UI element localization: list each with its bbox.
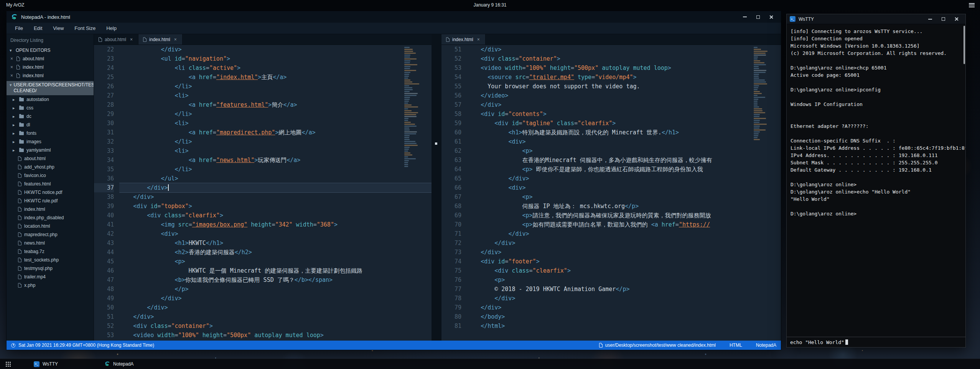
taskbar-item-wstty[interactable]: >_ WsTTY	[30, 359, 62, 369]
tree-file-item[interactable]: news.html	[7, 239, 94, 247]
code-line[interactable]: </div>	[467, 248, 781, 257]
code-line[interactable]: Your browser does not support the video …	[467, 82, 781, 91]
left-code-area[interactable]: </div> <ul id="navigation"> <li class="a…	[119, 45, 432, 341]
code-line[interactable]: <video width="100%" height="500px" autop…	[119, 331, 432, 340]
code-line[interactable]: </div>	[467, 238, 781, 248]
code-line[interactable]: <div>	[467, 183, 781, 192]
code-line[interactable]: </div>	[467, 45, 781, 54]
code-line[interactable]: HKWTC 是一個 Minecraft 的建築伺服器，主要建築計劃包括鐵路	[119, 266, 432, 275]
code-line[interactable]: <p>如有問題或需要申請白名單，歡迎加入我們的 <a href="https:/…	[467, 220, 781, 229]
code-line[interactable]: 伺服器 IP 地址為： mcs.hkwtc.org</p>	[467, 202, 781, 211]
code-line[interactable]: <h2>香港的建築伺服器</h2>	[119, 248, 432, 257]
notepada-titlebar[interactable]: NotepadA - index.html	[7, 11, 781, 23]
left-minimap[interactable]	[404, 47, 427, 167]
tree-folder-item[interactable]: ▸images	[7, 137, 94, 146]
open-editor-item[interactable]: ×index.html	[7, 63, 94, 71]
pane-splitter[interactable]	[432, 34, 441, 341]
code-line[interactable]: </li>	[119, 137, 432, 146]
terminal-input-bar[interactable]: echo "Hello World"	[787, 337, 965, 347]
close-button[interactable]	[950, 15, 962, 23]
menu-item-edit[interactable]: Edit	[28, 23, 48, 34]
close-icon[interactable]: ×	[10, 65, 14, 70]
tree-folder-item[interactable]: ▸fonts	[7, 129, 94, 137]
code-line[interactable]: </div>	[119, 294, 432, 303]
tree-folder-item[interactable]: ▸autostation	[7, 95, 94, 104]
code-line[interactable]: <p>	[467, 192, 781, 202]
code-line[interactable]: <div class="clearfix">	[119, 211, 432, 220]
code-line[interactable]: <b>你知道我們全條伺服器已轉用 SSD 了嗎？</b></span>	[119, 275, 432, 285]
wstty-titlebar[interactable]: >_ WsTTY	[787, 14, 965, 24]
code-line[interactable]: </div>	[119, 312, 432, 321]
splitter-handle[interactable]	[435, 142, 437, 145]
close-button[interactable]	[765, 13, 777, 21]
code-line[interactable]: <div class="container">	[119, 321, 432, 331]
code-line[interactable]: </ul>	[119, 174, 432, 183]
code-line[interactable]: 在香港的Minecraft 伺服器中，多為小遊戲和純生存的伺服器，較少擁有	[467, 156, 781, 165]
minimize-button[interactable]	[924, 15, 936, 23]
code-line[interactable]: <p> 即使你不是建築師，你也能透過紅石師或鐵路工程師的身份加入我	[467, 165, 781, 174]
tree-file-item[interactable]: teabag.7z	[7, 247, 94, 256]
code-line[interactable]: <a href="index.html">主頁</a>	[119, 73, 432, 82]
tree-root-item[interactable]: ▾ USER:/DESKTOP/SCREENSHOT/TEST/WWW CLEA…	[7, 81, 94, 95]
code-line[interactable]: </div>	[467, 174, 781, 183]
code-line[interactable]: <source src="trailer.mp4" type="video/mp…	[467, 73, 781, 82]
left-editor[interactable]: 2223242526272829303132333435363738394041…	[94, 45, 432, 341]
tab-index.html[interactable]: index.html×	[138, 34, 183, 45]
code-line[interactable]: <p>	[119, 257, 432, 266]
right-code-area[interactable]: </div> <div class="container"> <video wi…	[467, 45, 781, 341]
tree-file-item[interactable]: favicon.ico	[7, 171, 94, 180]
tab-index.html[interactable]: index.html×	[441, 34, 486, 45]
open-editor-item[interactable]: ×about.html	[7, 55, 94, 63]
code-line[interactable]: <h1>HKWTC</h1>	[119, 238, 432, 248]
code-line[interactable]: <div class="container">	[467, 54, 781, 63]
tree-file-item[interactable]: test_sockets.php	[7, 256, 94, 264]
code-line[interactable]: <p>請注意，我們的伺服器為確保玩家及遊玩時的質素，我們對的服務開放	[467, 211, 781, 220]
code-line[interactable]: <div id="tagline" class="clearfix">	[467, 119, 781, 128]
code-line[interactable]: </video>	[467, 91, 781, 100]
tree-file-item[interactable]: HKWTC rule.pdf	[7, 197, 94, 205]
code-line[interactable]: </div>	[119, 192, 432, 202]
code-line[interactable]: <div class="clearfix">	[467, 266, 781, 275]
tree-file-item[interactable]: add_vhost.php	[7, 163, 94, 171]
code-line[interactable]: <p>	[467, 275, 781, 285]
code-line[interactable]: <li>	[119, 91, 432, 100]
code-line[interactable]: </body>	[467, 312, 781, 321]
tree-file-item[interactable]: features.html	[7, 180, 94, 188]
code-line[interactable]: <div id="topbox">	[119, 202, 432, 211]
tree-file-item[interactable]: location.html	[7, 222, 94, 230]
code-line[interactable]: </p>	[119, 285, 432, 294]
close-icon[interactable]: ×	[10, 73, 14, 78]
code-line[interactable]: <li>	[119, 119, 432, 128]
maximize-button[interactable]	[752, 13, 764, 21]
code-line[interactable]: <div>	[119, 229, 432, 238]
hamburger-menu-icon[interactable]	[969, 3, 975, 7]
tree-file-item[interactable]: about.html	[7, 154, 94, 163]
tree-file-item[interactable]: index.php_disabled	[7, 213, 94, 222]
code-line[interactable]: <p>	[467, 146, 781, 156]
code-line[interactable]: <a href="news.html">玩家傳送門</a>	[119, 156, 432, 165]
menu-item-view[interactable]: View	[48, 23, 69, 34]
code-line[interactable]: <div id="footer">	[467, 257, 781, 266]
code-line[interactable]: <ul id="navigation">	[119, 54, 432, 63]
menu-item-font-size[interactable]: Font Size	[69, 23, 101, 34]
open-editors-section[interactable]: ▾ OPEN EDITORS	[7, 46, 94, 55]
tree-folder-item[interactable]: ▸yamlyamlml	[7, 146, 94, 154]
tab-close-icon[interactable]: ×	[130, 37, 133, 42]
open-editor-item[interactable]: ×index.html	[7, 71, 94, 80]
code-line[interactable]: </li>	[119, 109, 432, 119]
code-line[interactable]: </div>	[119, 45, 432, 54]
code-line[interactable]: <video width="100%" height="500px" autop…	[467, 63, 781, 73]
code-line[interactable]: </li>	[119, 82, 432, 91]
code-line[interactable]: </div>	[119, 303, 432, 312]
tree-file-item[interactable]: trailer.mp4	[7, 273, 94, 281]
code-line[interactable]: <a href="mapredirect.php">網上地圖</a>	[119, 128, 432, 137]
tree-file-item[interactable]: index.html	[7, 205, 94, 213]
code-line[interactable]: <div>	[467, 137, 781, 146]
tab-about.html[interactable]: about.html×	[94, 34, 138, 45]
code-line[interactable]: <div id="contents">	[467, 109, 781, 119]
code-line[interactable]: <li>	[119, 146, 432, 156]
right-editor[interactable]: 5152535455565758596061626364656667686970…	[441, 45, 781, 341]
code-line[interactable]: </li>	[119, 165, 432, 174]
code-line[interactable]: <a href="features.html">簡介</a>	[119, 100, 432, 109]
code-line[interactable]: </div>	[467, 294, 781, 303]
